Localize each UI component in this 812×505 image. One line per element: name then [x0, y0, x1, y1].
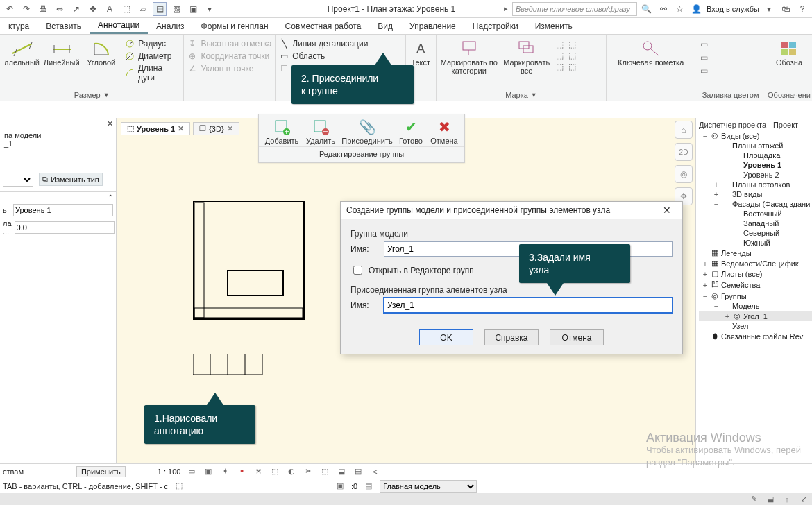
ok-button[interactable]: OK	[419, 329, 473, 345]
star-icon[interactable]: ☆	[673, 2, 687, 16]
mark-small-2-icon[interactable]: ⬚	[555, 50, 566, 61]
tab-3d[interactable]: ❒ {3D} ✕	[193, 122, 239, 135]
browser-tree[interactable]: −◎Виды (все)−Планы этажейПлощадкаУровень…	[696, 130, 812, 341]
toggle-icon[interactable]: −	[702, 132, 709, 140]
vc-12-icon[interactable]: <	[369, 466, 380, 477]
sb-end-2-icon[interactable]: ⬓	[765, 494, 776, 505]
text-button[interactable]: A Текст	[409, 36, 433, 67]
vc-8-icon[interactable]: ✂	[303, 466, 314, 477]
sb-end-3-icon[interactable]: ↕	[781, 494, 793, 505]
tree-item[interactable]: ⬮Связанные файлы Rev	[699, 331, 812, 341]
vc-3-icon[interactable]: ✶	[219, 466, 230, 477]
tree-item[interactable]: −Модель	[699, 301, 812, 311]
keynote-button[interactable]: Ключевая пометка	[609, 36, 692, 67]
vc-10-icon[interactable]: ⬓	[336, 466, 347, 477]
tree-item[interactable]: −◎Виды (все)	[699, 130, 812, 141]
help-icon[interactable]: ?	[795, 2, 809, 16]
toggle-icon[interactable]: +	[702, 259, 709, 268]
menu-addins[interactable]: Надстройки	[464, 19, 527, 33]
toggle-icon[interactable]: −	[702, 292, 709, 300]
tag-all-button[interactable]: Маркировать все	[500, 36, 553, 75]
mark-small-5-icon[interactable]: ⬚	[567, 50, 578, 61]
tree-item[interactable]: +▦Ведомости/Специфик	[699, 258, 812, 268]
menu-analyze[interactable]: Анализ	[148, 19, 193, 33]
prop-level-input[interactable]	[13, 204, 113, 216]
apply-button[interactable]: Применить	[76, 466, 126, 477]
tree-item[interactable]: Узел	[699, 321, 812, 331]
open-in-editor-checkbox[interactable]	[353, 266, 362, 275]
arc-length-dim-button[interactable]: Длина дуги	[124, 62, 180, 83]
angular-dim-button[interactable]: Угловой	[82, 36, 120, 67]
tree-item[interactable]: +Планы потолков	[699, 180, 812, 189]
sb-3-icon[interactable]: ▤	[363, 481, 374, 492]
tree-item[interactable]: −◎Группы	[699, 291, 812, 301]
chevron-down-icon[interactable]: ▼	[103, 92, 110, 99]
text-icon[interactable]: A	[103, 2, 117, 16]
close-hidden-icon[interactable]: ▧	[169, 2, 183, 16]
diameter-dim-button[interactable]: Диаметр	[124, 50, 180, 62]
search-input[interactable]: Введите ключевое слово/фразу	[512, 2, 637, 16]
zoom-label[interactable]: 1 : 100	[158, 468, 181, 476]
tree-item[interactable]: +◎Угол_1	[699, 311, 812, 321]
tree-item[interactable]: Площадка	[699, 151, 812, 160]
menu-annotations[interactable]: Аннотации	[90, 18, 148, 34]
3d-icon[interactable]: ⬚	[119, 2, 133, 16]
close-icon[interactable]: ✕	[107, 119, 113, 128]
collapse-icon[interactable]: ⌃	[108, 194, 113, 201]
qat-dropdown-icon[interactable]: ▾	[203, 2, 217, 16]
toggle-icon[interactable]: −	[713, 200, 720, 208]
vc-9-icon[interactable]: ⬚	[319, 466, 330, 477]
dialog-close-button[interactable]: ✕	[657, 205, 677, 216]
tree-item[interactable]: Уровень 2	[699, 170, 812, 180]
tree-item[interactable]: Восточный	[699, 209, 812, 219]
menu-view[interactable]: Вид	[369, 19, 401, 33]
sb-2-icon[interactable]: ▣	[335, 481, 346, 492]
vc-6-icon[interactable]: ⬚	[269, 466, 280, 477]
tree-item[interactable]: Южный	[699, 238, 812, 248]
search-icon[interactable]: 🔍	[640, 2, 654, 16]
tree-item[interactable]: ▦Легенды	[699, 248, 812, 258]
legend-button[interactable]: Обозна	[769, 36, 809, 67]
vc-4-icon[interactable]: ✶	[236, 466, 247, 477]
mark-small-6-icon[interactable]: ⬚	[567, 61, 578, 72]
toggle-icon[interactable]: +	[702, 281, 709, 289]
group-remove-button[interactable]: Удалить	[302, 117, 339, 145]
tree-item[interactable]: Западный	[699, 219, 812, 228]
cancel-button[interactable]: Отмена	[550, 329, 604, 345]
tree-item[interactable]: −Фасады (Фасад здани	[699, 199, 812, 209]
toggle-icon[interactable]: −	[713, 302, 720, 310]
detail-group-name-input[interactable]	[384, 298, 673, 313]
switch-windows-icon[interactable]: ▣	[186, 2, 200, 16]
mark-small-1-icon[interactable]: ⬚	[555, 39, 566, 50]
login-link[interactable]: Вход в службы	[707, 5, 759, 13]
radial-dim-button[interactable]: Радиус	[124, 37, 180, 50]
close-icon[interactable]: ✕	[178, 124, 184, 133]
tree-item[interactable]: Уровень 1	[699, 160, 812, 170]
tree-item[interactable]: −Планы этажей	[699, 141, 812, 151]
vc-2-icon[interactable]: ▣	[203, 466, 214, 477]
toggle-icon[interactable]: −	[713, 142, 720, 150]
menu-manage[interactable]: Управление	[401, 19, 464, 33]
tree-item[interactable]: Северный	[699, 228, 812, 238]
user-icon[interactable]: 👤	[690, 2, 704, 16]
sb-end-4-icon[interactable]: ⤢	[798, 494, 809, 505]
tree-item[interactable]: +▢Листы (все)	[699, 268, 812, 279]
sb-end-1-icon[interactable]: ✎	[748, 494, 759, 505]
steering-wheel-icon[interactable]: ◎	[675, 165, 693, 183]
group-attach-button[interactable]: 📎 Присоединить	[341, 117, 394, 145]
2d-icon[interactable]: 2D	[675, 143, 693, 161]
comm-icon[interactable]: ⚯	[657, 2, 670, 16]
vc-7-icon[interactable]: ◐	[286, 466, 297, 477]
linear-dim-button[interactable]: Линейный	[42, 36, 81, 67]
detail-line-button[interactable]: ╲Линия детализации	[278, 37, 368, 50]
menu-insert[interactable]: Вставить	[37, 19, 90, 33]
vc-1-icon[interactable]: ▭	[186, 466, 197, 477]
toggle-icon[interactable]: +	[724, 312, 731, 320]
toggle-icon[interactable]: +	[713, 190, 720, 198]
region-button[interactable]: ▭Область	[278, 50, 368, 62]
measure-icon[interactable]: ⇔	[53, 2, 67, 16]
tab-level1[interactable]: ⬚ Уровень 1 ✕	[121, 122, 190, 135]
fill-small-2-icon[interactable]: ▭	[698, 52, 709, 63]
print-icon[interactable]: 🖶	[36, 2, 50, 16]
fill-small-1-icon[interactable]: ▭	[698, 39, 709, 50]
